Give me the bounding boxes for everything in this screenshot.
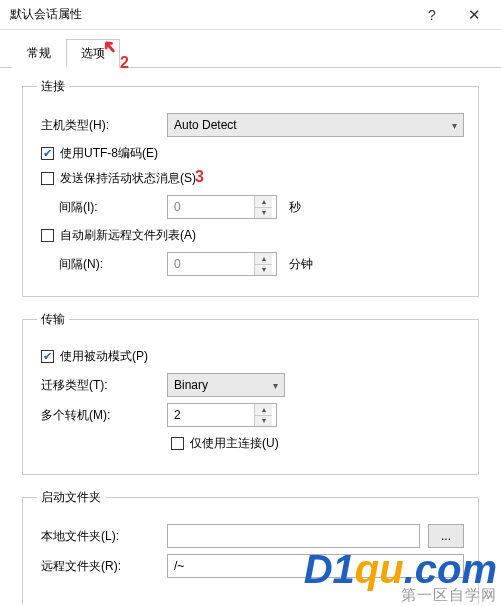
group-startup: 启动文件夹 本地文件夹(L): ... 远程文件夹(R): /~: [22, 489, 479, 604]
remote-folder-label: 远程文件夹(R):: [37, 558, 167, 575]
spin-up-icon[interactable]: ▴: [255, 404, 272, 416]
legend-startup: 启动文件夹: [37, 489, 105, 506]
group-connect: 连接 主机类型(H): Auto Detect ▾ ✔ 使用UTF-8编码(E)…: [22, 78, 479, 297]
close-button[interactable]: ✕: [453, 1, 495, 29]
multi-input[interactable]: [168, 404, 254, 426]
local-folder-label: 本地文件夹(L):: [37, 528, 167, 545]
transfer-type-select[interactable]: Binary ▾: [167, 373, 285, 397]
browse-button[interactable]: ...: [428, 524, 464, 548]
tab-bar: 常规 选项 ➜ 2: [0, 30, 501, 68]
tab-options[interactable]: 选项: [66, 39, 120, 68]
host-type-select[interactable]: Auto Detect ▾: [167, 113, 464, 137]
content-area: 连接 主机类型(H): Auto Detect ▾ ✔ 使用UTF-8编码(E)…: [0, 68, 501, 606]
spin-up-icon[interactable]: ▴: [255, 253, 272, 265]
interval2-unit: 分钟: [289, 256, 313, 273]
keepalive-label: 发送保持活动状态消息(S): [60, 170, 196, 187]
mainconn-label: 仅使用主连接(U): [190, 435, 279, 452]
multi-spinner[interactable]: ▴▾: [167, 403, 277, 427]
utf8-checkbox[interactable]: ✔: [41, 147, 54, 160]
transfer-type-label: 迁移类型(T):: [37, 377, 167, 394]
autorefresh-checkbox[interactable]: [41, 229, 54, 242]
spin-up-icon[interactable]: ▴: [255, 196, 272, 208]
annotation-3: 3: [195, 168, 204, 186]
mainconn-checkbox[interactable]: [171, 437, 184, 450]
group-transfer: 传输 ✔ 使用被动模式(P) 迁移类型(T): Binary ▾ 多个转机(M)…: [22, 311, 479, 475]
chevron-down-icon: ▾: [452, 120, 457, 131]
tab-general[interactable]: 常规: [12, 39, 66, 68]
spin-down-icon[interactable]: ▾: [255, 208, 272, 219]
remote-folder-input[interactable]: /~: [167, 554, 464, 578]
local-folder-input[interactable]: [167, 524, 420, 548]
help-button[interactable]: ?: [411, 1, 453, 29]
legend-transfer: 传输: [37, 311, 69, 328]
legend-connect: 连接: [37, 78, 69, 95]
utf8-label: 使用UTF-8编码(E): [60, 145, 158, 162]
interval1-input[interactable]: [168, 196, 254, 218]
interval1-label: 间隔(I):: [37, 199, 167, 216]
host-type-label: 主机类型(H):: [37, 117, 167, 134]
titlebar: 默认会话属性 ? ✕: [0, 0, 501, 30]
multi-label: 多个转机(M):: [37, 407, 167, 424]
keepalive-checkbox[interactable]: [41, 172, 54, 185]
chevron-down-icon: ▾: [273, 380, 278, 391]
passive-label: 使用被动模式(P): [60, 348, 148, 365]
spin-down-icon[interactable]: ▾: [255, 265, 272, 276]
spin-down-icon[interactable]: ▾: [255, 416, 272, 427]
passive-checkbox[interactable]: ✔: [41, 350, 54, 363]
interval1-spinner[interactable]: ▴▾: [167, 195, 277, 219]
interval2-label: 间隔(N):: [37, 256, 167, 273]
window-title: 默认会话属性: [10, 6, 411, 23]
interval2-input[interactable]: [168, 253, 254, 275]
interval2-spinner[interactable]: ▴▾: [167, 252, 277, 276]
autorefresh-label: 自动刷新远程文件列表(A): [60, 227, 196, 244]
interval1-unit: 秒: [289, 199, 301, 216]
